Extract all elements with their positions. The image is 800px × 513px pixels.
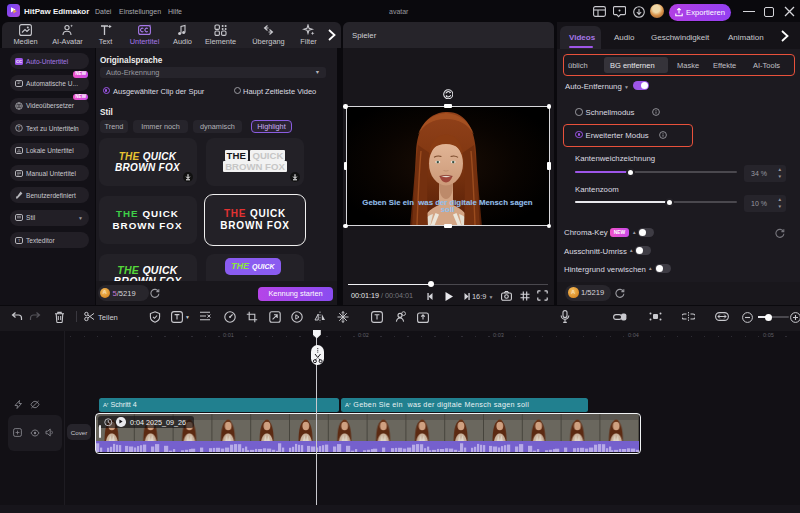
svg-text:T: T — [18, 126, 21, 131]
svg-text:T: T — [18, 238, 21, 243]
svg-text:CC: CC — [16, 59, 22, 64]
